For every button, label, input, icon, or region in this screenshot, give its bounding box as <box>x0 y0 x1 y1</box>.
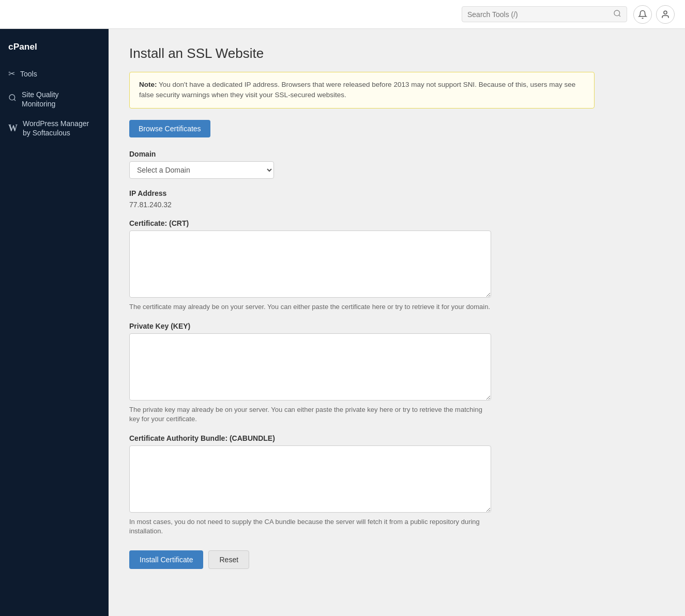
key-help: The private key may already be on your s… <box>129 405 491 424</box>
search-wrapper <box>462 6 627 22</box>
domain-field-group: Domain Select a Domain <box>129 150 491 179</box>
install-certificate-button[interactable]: Install Certificate <box>129 550 203 569</box>
key-field-group: Private Key (KEY) The private key may al… <box>129 322 491 424</box>
domain-label: Domain <box>129 150 491 158</box>
cabundle-textarea[interactable] <box>129 445 491 513</box>
cert-help: The certificate may already be on your s… <box>129 302 491 312</box>
key-label: Private Key (KEY) <box>129 322 491 330</box>
form-section: Domain Select a Domain IP Address 77.81.… <box>129 150 491 569</box>
svg-point-0 <box>614 10 620 16</box>
domain-select[interactable]: Select a Domain <box>129 161 274 179</box>
wordpress-icon: W <box>8 122 18 134</box>
cert-field-group: Certificate: (CRT) The certificate may a… <box>129 219 491 312</box>
sidebar: cPanel ✂ Tools Site QualityMonitoring W … <box>0 29 109 616</box>
svg-point-4 <box>9 95 15 100</box>
layout: cPanel ✂ Tools Site QualityMonitoring W … <box>0 29 685 616</box>
sidebar-item-tools[interactable]: ✂ Tools <box>0 64 109 85</box>
main-content: Install an SSL Website Note: You don't h… <box>109 29 685 616</box>
cabundle-label: Certificate Authority Bundle: (CABUNDLE) <box>129 434 491 442</box>
ip-label: IP Address <box>129 189 491 197</box>
alert-box: Note: You don't have a dedicated IP addr… <box>129 72 595 109</box>
svg-point-2 <box>664 11 667 14</box>
ip-value: 77.81.240.32 <box>129 201 491 209</box>
sidebar-item-wordpress-label: WordPress Managerby Softaculous <box>23 119 89 137</box>
key-textarea[interactable] <box>129 333 491 401</box>
search-icon <box>613 9 621 19</box>
ip-field-group: IP Address 77.81.240.32 <box>129 189 491 209</box>
sidebar-logo: cPanel <box>0 37 109 64</box>
cabundle-field-group: Certificate Authority Bundle: (CABUNDLE)… <box>129 434 491 536</box>
cabundle-help: In most cases, you do not need to supply… <box>129 517 491 536</box>
search-input[interactable] <box>467 10 610 19</box>
tools-icon: ✂ <box>8 69 15 80</box>
site-quality-icon <box>8 94 17 105</box>
notifications-button[interactable] <box>633 5 652 24</box>
svg-line-1 <box>619 15 620 17</box>
sidebar-item-site-quality[interactable]: Site QualityMonitoring <box>0 85 109 114</box>
cert-textarea[interactable] <box>129 230 491 298</box>
sidebar-item-site-quality-label: Site QualityMonitoring <box>22 90 59 109</box>
page-title: Install an SSL Website <box>129 45 664 61</box>
cert-label: Certificate: (CRT) <box>129 219 491 227</box>
alert-note-text: You don't have a dedicated IP address. B… <box>139 81 575 99</box>
action-buttons: Install Certificate Reset <box>129 550 491 569</box>
reset-button[interactable]: Reset <box>208 550 249 569</box>
alert-note-label: Note: <box>139 81 157 88</box>
topbar-icons <box>633 5 675 24</box>
sidebar-item-tools-label: Tools <box>20 69 37 79</box>
user-button[interactable] <box>656 5 675 24</box>
sidebar-item-wordpress[interactable]: W WordPress Managerby Softaculous <box>0 114 109 143</box>
browse-certificates-button[interactable]: Browse Certificates <box>129 120 210 137</box>
svg-text:cPanel: cPanel <box>8 41 37 52</box>
svg-line-5 <box>14 99 16 101</box>
topbar <box>0 0 685 29</box>
